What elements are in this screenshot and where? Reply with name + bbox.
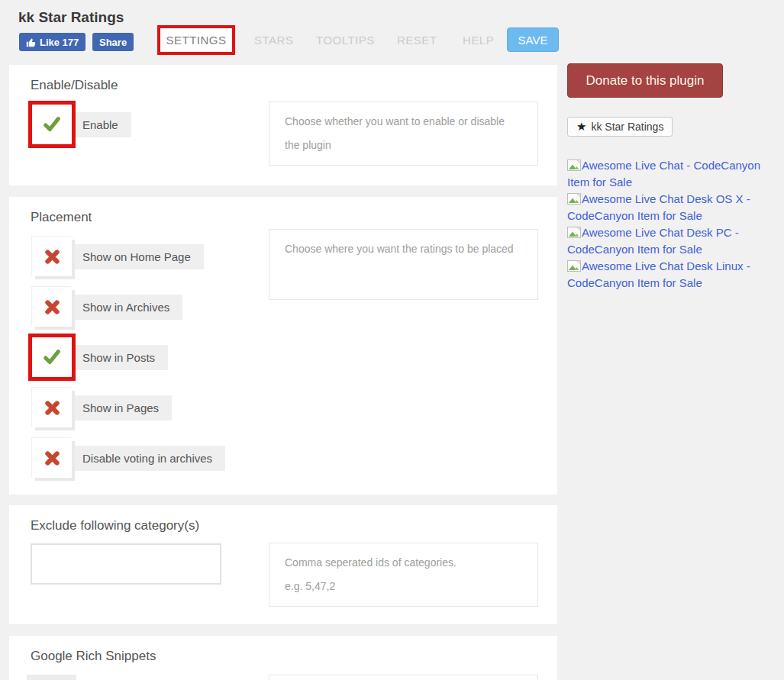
description-text: Comma seperated ids of categories. xyxy=(285,551,522,575)
toggle-label: Show on Home Page xyxy=(71,244,204,269)
toggle-label: Show in Archives xyxy=(71,295,182,320)
tab-settings-label: SETTINGS xyxy=(166,34,226,47)
promo-link-label: Awesome Live Chat Desk PC - CodeCanyon I… xyxy=(567,226,739,256)
promo-link-label: Awesome Live Chat Desk OS X - CodeCanyon… xyxy=(567,192,750,222)
tab-stars[interactable]: STARS xyxy=(254,34,293,47)
description-text: Choose where you want the ratings to be … xyxy=(285,237,522,261)
cross-icon xyxy=(44,299,60,315)
annotation-box-enable xyxy=(32,105,72,144)
toggle-label: Enable xyxy=(71,112,131,137)
facebook-share-button[interactable]: Share xyxy=(92,33,134,51)
description-box: Choose whether you want to enable or dis… xyxy=(269,102,538,166)
toggle-show-in-posts[interactable]: Show in Posts xyxy=(32,337,225,377)
toggle-tile xyxy=(32,237,72,276)
section-google-rich-snippets: Google Rich Snippets xyxy=(9,636,557,680)
toggle-enable[interactable]: Enable xyxy=(32,105,131,144)
facebook-like-button[interactable]: Like 177 xyxy=(19,33,85,51)
description-example: e.g. 5,47,2 xyxy=(285,575,522,598)
badge-label: kk Star Ratings xyxy=(591,121,663,133)
check-icon xyxy=(43,115,61,134)
toggle-label: Disable voting in archives xyxy=(71,446,225,471)
cross-icon xyxy=(44,249,60,265)
section-enable-disable: Enable/Disable Enable Choose whether you… xyxy=(9,65,557,185)
section-heading: Google Rich Snippets xyxy=(31,649,156,664)
promo-link-desk-linux[interactable]: Awesome Live Chat Desk Linux - CodeCanyo… xyxy=(567,258,770,292)
description-box: Choose where you want the ratings to be … xyxy=(269,229,538,300)
section-heading: Enable/Disable xyxy=(31,78,118,93)
cross-icon xyxy=(44,450,60,466)
exclude-categories-input[interactable] xyxy=(31,543,221,585)
promo-link-label: Awesome Live Chat - CodeCanyon Item for … xyxy=(567,159,760,189)
toggle-show-in-pages[interactable]: Show in Pages xyxy=(32,388,225,427)
save-button[interactable]: SAVE xyxy=(507,27,559,52)
toggle-tile xyxy=(32,438,72,478)
promo-links: Awesome Live Chat - CodeCanyon Item for … xyxy=(567,157,770,292)
tab-help[interactable]: HELP xyxy=(463,34,494,47)
promo-link-label: Awesome Live Chat Desk Linux - CodeCanyo… xyxy=(567,259,750,289)
toggle-label: Show in Posts xyxy=(71,345,168,370)
section-placement: Placement Show on Home Page Show in Arch… xyxy=(9,197,557,495)
toggle-show-on-home-page[interactable]: Show on Home Page xyxy=(32,237,225,276)
page-title: kk Star Ratings xyxy=(18,9,124,26)
toggle-show-in-archives[interactable]: Show in Archives xyxy=(32,287,225,327)
cross-icon xyxy=(44,400,60,416)
broken-image-icon xyxy=(567,227,581,238)
donate-button[interactable]: Donate to this plugin xyxy=(567,63,723,98)
thumbs-up-icon xyxy=(26,37,36,47)
toggle-tile[interactable] xyxy=(27,675,76,680)
check-icon xyxy=(43,348,61,366)
tab-settings[interactable]: SETTINGS xyxy=(157,25,235,55)
section-heading: Exclude following category(s) xyxy=(31,518,199,533)
star-icon: ★ xyxy=(576,120,586,134)
tab-tooltips[interactable]: TOOLTIPS xyxy=(316,34,375,47)
promo-link-desk-pc[interactable]: Awesome Live Chat Desk PC - CodeCanyon I… xyxy=(567,224,770,258)
toggle-label: Show in Pages xyxy=(71,395,172,421)
tab-reset[interactable]: RESET xyxy=(397,34,437,47)
toggle-tile xyxy=(32,287,72,327)
broken-image-icon xyxy=(567,260,581,272)
toggle-disable-voting-in-archives[interactable]: Disable voting in archives xyxy=(32,438,225,478)
facebook-share-label: Share xyxy=(99,37,127,48)
facebook-like-label: Like 177 xyxy=(40,37,79,48)
promo-link-desk-os-x[interactable]: Awesome Live Chat Desk OS X - CodeCanyon… xyxy=(567,191,770,224)
annotation-box-show-in-posts xyxy=(32,337,72,377)
broken-image-icon xyxy=(567,193,581,205)
description-text: Choose whether you want to enable or dis… xyxy=(285,110,522,157)
toggle-tile xyxy=(32,388,72,427)
promo-link-awesome-live-chat[interactable]: Awesome Live Chat - CodeCanyon Item for … xyxy=(567,157,770,191)
section-heading: Placement xyxy=(31,210,92,225)
section-exclude-categories: Exclude following category(s) Comma sepe… xyxy=(9,505,557,624)
description-box xyxy=(269,675,538,680)
kk-star-ratings-badge[interactable]: ★ kk Star Ratings xyxy=(567,117,673,137)
kk-star-ratings-settings-page: kk Star Ratings Like 177 Share SETTINGS … xyxy=(0,0,784,680)
broken-image-icon xyxy=(567,160,581,171)
description-box: Comma seperated ids of categories. e.g. … xyxy=(269,543,538,607)
